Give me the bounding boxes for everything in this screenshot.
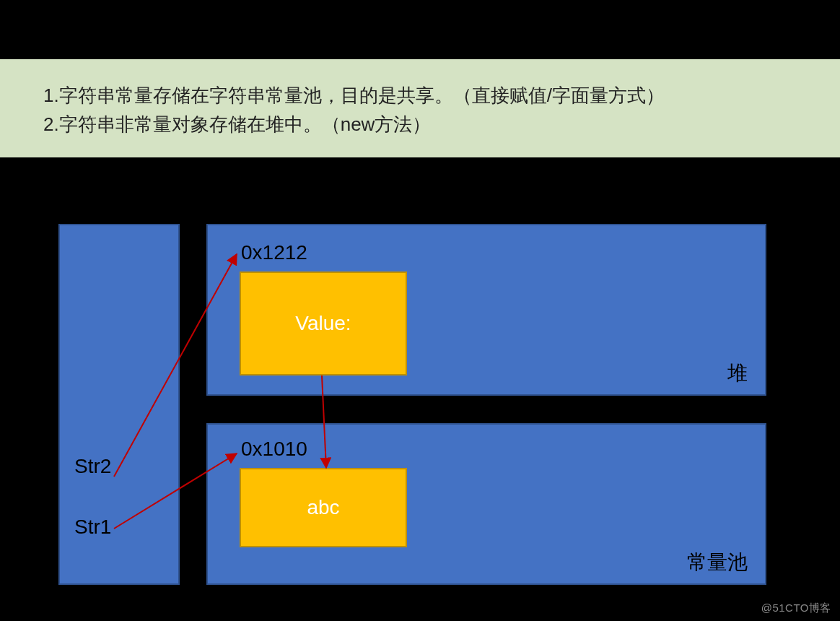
pool-object-value: abc [307,496,339,519]
notes-panel: 1.字符串常量存储在字符串常量池，目的是共享。（直接赋值/字面量方式） 2.字符… [0,59,840,157]
heap-object-value: Value: [295,312,351,335]
stack-var-str2: Str2 [74,455,111,478]
stack-region: Str2 Str1 [58,224,180,585]
note-line-2: 2.字符串非常量对象存储在堆中。（new方法） [43,110,797,139]
pool-object-box: abc [240,468,407,547]
pool-address: 0x1010 [241,438,307,461]
heap-address: 0x1212 [241,241,307,264]
watermark: @51CTO博客 [761,602,831,615]
heap-label: 堆 [727,360,748,387]
note-line-1: 1.字符串常量存储在字符串常量池，目的是共享。（直接赋值/字面量方式） [43,81,797,110]
pool-label: 常量池 [687,549,748,576]
heap-object-box: Value: [240,272,407,375]
stack-var-str1: Str1 [74,516,111,539]
heap-region: 0x1212 Value: 堆 [206,224,766,396]
pool-region: 0x1010 abc 常量池 [206,423,766,585]
